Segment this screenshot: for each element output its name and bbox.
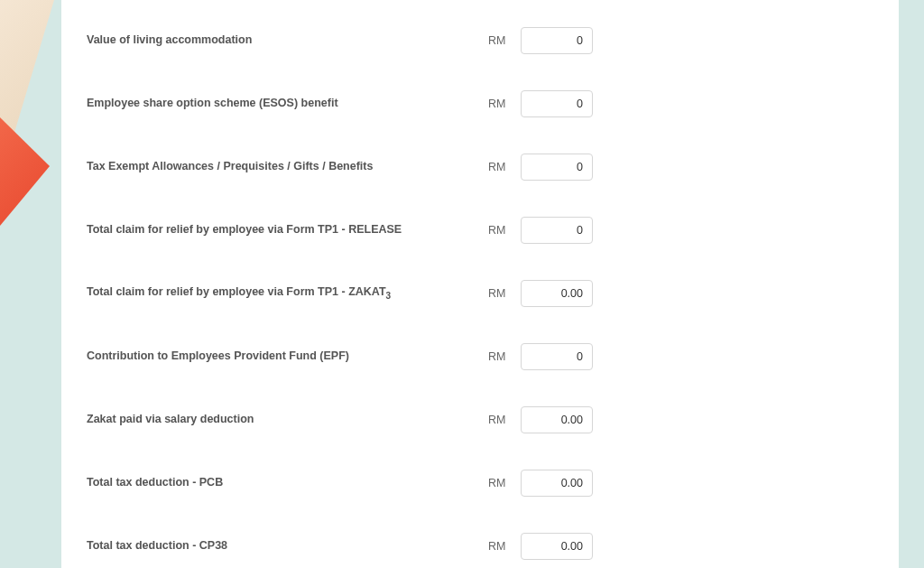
label-tax-exempt: Tax Exempt Allowances / Prequisites / Gi… bbox=[87, 159, 488, 175]
input-cp38[interactable] bbox=[521, 533, 593, 560]
row-zakat-salary: Zakat paid via salary deduction RM bbox=[87, 406, 873, 433]
row-epf: Contribution to Employees Provident Fund… bbox=[87, 343, 873, 370]
input-living-accommodation[interactable] bbox=[521, 27, 593, 54]
input-tp1-release[interactable] bbox=[521, 217, 593, 244]
label-cp38: Total tax deduction - CP38 bbox=[87, 538, 488, 554]
row-cp38: Total tax deduction - CP38 RM bbox=[87, 533, 873, 560]
label-esos-benefit: Employee share option scheme (ESOS) bene… bbox=[87, 96, 488, 112]
input-tax-exempt[interactable] bbox=[521, 154, 593, 181]
input-epf[interactable] bbox=[521, 343, 593, 370]
label-tp1-release: Total claim for relief by employee via F… bbox=[87, 222, 488, 238]
currency-label: RM bbox=[488, 224, 521, 237]
label-epf: Contribution to Employees Provident Fund… bbox=[87, 349, 488, 365]
currency-label: RM bbox=[488, 350, 521, 363]
form-card: Value of living accommodation RM Employe… bbox=[61, 0, 899, 568]
input-zakat-salary[interactable] bbox=[521, 406, 593, 433]
row-esos-benefit: Employee share option scheme (ESOS) bene… bbox=[87, 90, 873, 117]
row-living-accommodation: Value of living accommodation RM bbox=[87, 27, 873, 54]
row-pcb: Total tax deduction - PCB RM bbox=[87, 470, 873, 497]
row-tp1-zakat: Total claim for relief by employee via F… bbox=[87, 280, 873, 307]
label-pcb: Total tax deduction - PCB bbox=[87, 475, 488, 491]
row-tax-exempt: Tax Exempt Allowances / Prequisites / Gi… bbox=[87, 154, 873, 181]
currency-label: RM bbox=[488, 34, 521, 47]
input-pcb[interactable] bbox=[521, 470, 593, 497]
currency-label: RM bbox=[488, 161, 521, 173]
currency-label: RM bbox=[488, 540, 521, 553]
label-living-accommodation: Value of living accommodation bbox=[87, 33, 488, 49]
currency-label: RM bbox=[488, 287, 521, 300]
input-tp1-zakat[interactable] bbox=[521, 280, 593, 307]
input-esos-benefit[interactable] bbox=[521, 90, 593, 117]
currency-label: RM bbox=[488, 414, 521, 426]
currency-label: RM bbox=[488, 477, 521, 489]
background-accent-orange bbox=[0, 117, 50, 226]
currency-label: RM bbox=[488, 98, 521, 110]
label-zakat-salary: Zakat paid via salary deduction bbox=[87, 412, 488, 428]
row-tp1-release: Total claim for relief by employee via F… bbox=[87, 217, 873, 244]
label-tp1-zakat: Total claim for relief by employee via F… bbox=[87, 284, 488, 303]
